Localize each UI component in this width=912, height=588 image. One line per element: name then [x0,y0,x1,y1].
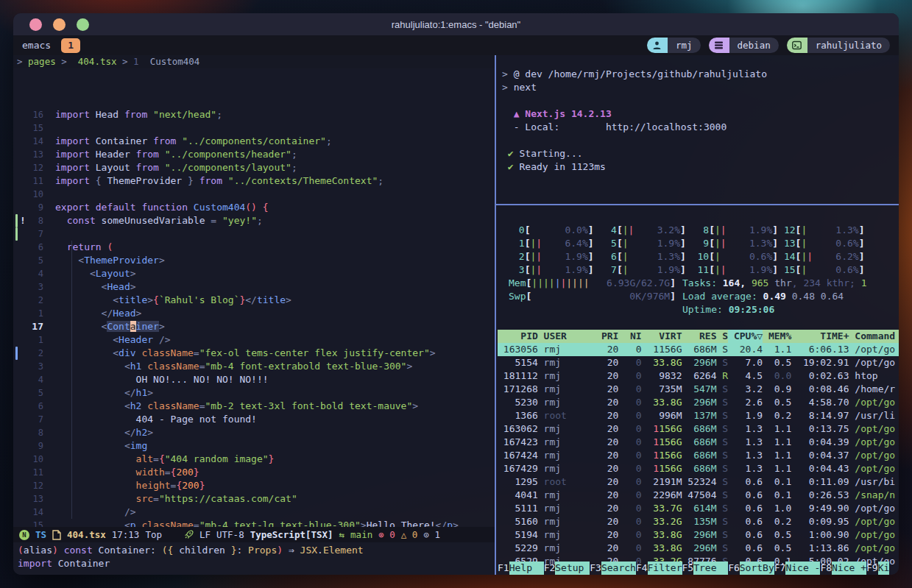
process-row-1366[interactable]: 1366 root 20 0 996M 137M S 1.9 0.2 8:14.… [498,409,899,422]
code-line[interactable]: 5 </h1> [13,386,495,400]
line-number: 14 [24,135,43,148]
code-line[interactable]: 8 </h2> [13,426,495,439]
process-row-167424[interactable]: 167424 rmj 20 0 1156G 686M S 1.3 1.1 0:0… [498,449,899,462]
status-badge-rmj[interactable]: rmj [647,38,701,53]
code-line[interactable]: 4 OH NO!... NO! NO! NO!!! [13,373,495,386]
process-row-163062[interactable]: 163062 rmj 20 0 1156G 686M S 1.3 1.1 0:1… [498,422,899,436]
minimize-button[interactable] [53,18,66,31]
code-line[interactable]: 11import { ThemeProvider } from "../cont… [13,174,495,188]
major-mode[interactable]: TypeScript[TSX] [250,529,333,540]
code-line[interactable]: 6 return ( [13,241,495,254]
code-line-text: src="https://cataas.com/cat" [55,492,297,506]
code-line[interactable]: 1 </Head> [13,307,495,320]
process-row-167423[interactable]: 167423 rmj 20 0 1156G 686M S 1.3 1.1 0:0… [498,436,899,449]
gutter: 10 [13,188,49,201]
status-badge-debian[interactable]: debian [709,38,779,53]
fkey-action-tree[interactable]: Tree [693,562,728,575]
code-line-text: import Header from "../components/header… [55,148,297,161]
maximize-button[interactable] [77,18,89,31]
process-row-167429[interactable]: 167429 rmj 20 0 1156G 686M S 1.3 1.1 0:0… [498,462,899,475]
gutter: 15 [13,121,49,135]
fkey-action-sortby[interactable]: SortBy [740,562,774,575]
code-line[interactable]: 3 <h1 className="mb-4 font-extrabold tex… [13,360,495,373]
code-line[interactable]: 15 <p className="mb-4 text-lg text-blue-… [13,519,495,527]
htop-stat-line: Load average: 0.49 0.48 0.64 [682,290,867,303]
fkey-action-filter[interactable]: Filter [648,562,682,575]
code-line[interactable]: 1 <Header /> [13,333,495,347]
process-row-5160[interactable]: 5160 rmj 20 0 33.2G 135M S 0.6 0.2 0:09.… [498,515,899,528]
code-line[interactable]: 5 <ThemeProvider> [13,254,495,267]
window-titlebar[interactable]: rahuljuliato:1:emacs - "debian" [13,13,899,35]
code-line[interactable]: 16import Head from "next/head"; [13,108,495,121]
badge-label: rmj [668,38,701,53]
fkey-action-nice-+[interactable]: Nice + [832,562,866,575]
code-line[interactable]: 10 [13,188,495,201]
process-row-181112[interactable]: 181112 rmj 20 0 9832 6264 R 4.5 0.0 0:02… [498,369,899,383]
line-number: 10 [24,453,43,466]
gutter: 1 [13,307,49,320]
code-line[interactable]: 11 width={200} [13,466,495,479]
warning-icon: △ [401,529,407,540]
code-line[interactable]: 14 /> [13,506,495,519]
code-line-text: import { ThemeProvider } from "../contex… [55,174,383,188]
fkey-F8: F8 [820,562,832,575]
git-branch[interactable]: main [350,529,372,540]
code-line[interactable]: 9 <img [13,439,495,453]
code-line[interactable]: 15 [13,121,495,135]
gutter: 7 [13,413,49,426]
gutter: 5 [13,386,49,400]
gutter: 2 [13,347,49,360]
code-line[interactable]: 6 <h2 className="mb-2 text-3xl font-bold… [13,400,495,413]
code-line[interactable]: 3 <Head> [13,280,495,294]
code-line[interactable]: 4 <Layout> [13,267,495,280]
fkey-action-setup[interactable]: Setup [555,562,590,575]
nextjs-terminal-pane[interactable]: > @ dev /home/rmj/Projects/github/rahulj… [496,55,899,204]
warning-count[interactable]: 0 [412,529,418,540]
process-table-header[interactable]: PID USER PRI NI VIRT RES S CPU%▽ MEM% TI… [498,330,899,343]
code-line[interactable]: 14import Container from "../components/c… [13,135,495,148]
gutter: 15 [13,519,49,527]
git-added-indicator [15,227,18,241]
code-line[interactable]: 13 src="https://cataas.com/cat" [13,492,495,506]
process-row-5230[interactable]: 5230 rmj 20 0 33.8G 296M S 2.6 0.5 4:58.… [498,396,899,409]
fkey-action-help[interactable]: Help [509,562,544,575]
htop-pane[interactable]: 0[ 0.0%] 4[|| 3.2%] 8[|| 1.9%] 12[| 1.3%… [496,205,899,575]
process-row-4041[interactable]: 4041 rmj 20 0 2296M 47504 S 0.6 0.1 0:26… [498,489,899,502]
code-line[interactable]: 7 404 - Page not found! [13,413,495,426]
tmux-window-index[interactable]: 1 [61,38,80,53]
process-row-5154[interactable]: 5154 rmj 20 0 33.8G 296M S 7.0 0.5 19:02… [498,356,899,369]
code-line[interactable]: 12 height={200} [13,479,495,492]
fkey-action-ki[interactable]: Ki [878,562,890,575]
close-button[interactable] [29,18,42,31]
gutter: 4 [13,267,49,280]
code-line[interactable]: 2 <title>{`Rahul's Blog`}</title> [13,294,495,307]
code-line[interactable]: 17 <Container> [13,320,495,333]
code-line-text: <h2 className="mb-2 text-3xl font-bold t… [55,400,418,413]
code-line[interactable]: 10 alt={"404 random image"} [13,453,495,466]
tmux-session-name[interactable]: emacs [22,40,51,51]
fkey-action-nice--[interactable]: Nice - [785,562,820,575]
code-line[interactable]: 2 <div className="fex-ol tems-center fle… [13,347,495,360]
code-line[interactable]: 13import Header from "../components/head… [13,148,495,161]
code-line[interactable]: !8 const someUnusedVariable = "yey!"; [13,214,495,227]
code-buffer[interactable]: 16import Head from "next/head";1514impor… [13,68,495,527]
process-row-1295[interactable]: 1295 root 20 0 2191M 52324 S 0.6 0.1 0:1… [498,475,899,489]
code-line[interactable]: 12import Layout from "../components/layo… [13,161,495,174]
process-row-5194[interactable]: 5194 rmj 20 0 33.8G 296M S 0.6 0.5 1:00.… [498,528,899,542]
info-count[interactable]: 1 [434,529,440,540]
process-row-171268[interactable]: 171268 rmj 20 0 735M 547M S 3.2 0.9 0:08… [498,383,899,396]
code-line[interactable]: 7 [13,227,495,241]
process-row-163056[interactable]: 163056 rmj 20 0 1156G 686M S 20.4 1.1 6:… [498,343,899,356]
error-count[interactable]: 0 [389,529,395,540]
status-badge-rahuljuliato[interactable]: rahuljuliato [787,38,890,53]
line-number: 8 [24,214,43,227]
fkey-F1: F1 [498,562,509,575]
code-line-text: height={200} [55,479,205,492]
fkey-action-search[interactable]: Search [601,562,636,575]
code-line-text: </h2> [55,426,153,439]
process-row-5111[interactable]: 5111 rmj 20 0 33.7G 614M S 0.6 1.0 9:49.… [498,502,899,515]
code-line[interactable]: 9export default function Custom404() { [13,201,495,214]
cpu-meter-row: 0[ 0.0%] 4[|| 3.2%] 8[|| 1.9%] 12[| 1.3%… [496,224,899,237]
process-row-5229[interactable]: 5229 rmj 20 0 33.8G 296M S 0.6 0.5 1:13.… [498,542,899,555]
editor-pane[interactable]: > pages > 404.tsx > 1 Custom404 16import… [13,55,495,575]
